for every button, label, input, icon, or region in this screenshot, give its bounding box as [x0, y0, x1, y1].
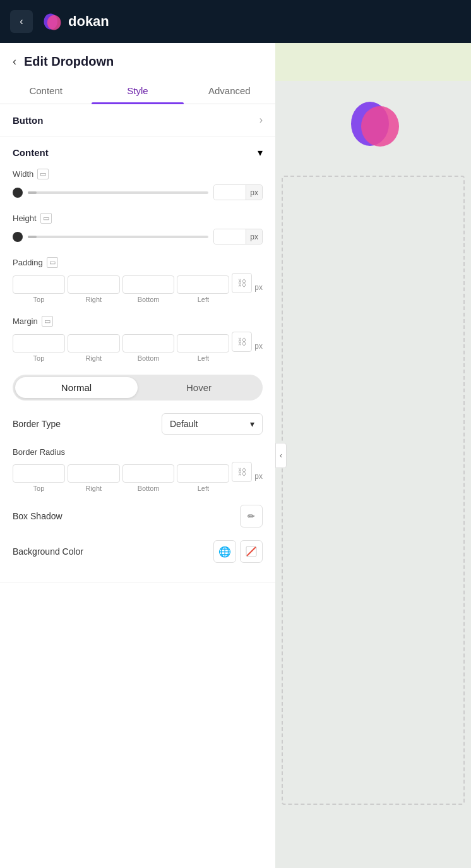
- topbar-back-button[interactable]: ‹: [10, 10, 33, 33]
- preview-body: [275, 81, 471, 868]
- height-slider-track[interactable]: [28, 236, 208, 238]
- border-radius-right-cell: Right: [68, 464, 120, 492]
- padding-top-input[interactable]: [13, 275, 65, 294]
- padding-label: Padding ▭: [13, 257, 263, 268]
- padding-field-group: Padding ▭ Top Right: [13, 257, 263, 303]
- padding-left-input[interactable]: [177, 275, 229, 294]
- globe-icon: 🌐: [218, 546, 231, 558]
- width-input[interactable]: [214, 185, 246, 200]
- margin-right-input[interactable]: [68, 334, 120, 353]
- border-radius-top-input[interactable]: [13, 464, 65, 483]
- border-radius-left-cell: Left: [177, 464, 229, 492]
- dokan-logo-icon: [40, 10, 63, 33]
- border-radius-bottom-cell: Bottom: [122, 464, 175, 492]
- margin-field-group: Margin ▭ Top Right: [13, 316, 263, 362]
- padding-link-button[interactable]: ⛓: [232, 273, 252, 293]
- height-field-group: Height ▭ px: [13, 213, 263, 244]
- margin-unit-label: px: [254, 342, 263, 362]
- border-radius-right-input[interactable]: [68, 464, 120, 483]
- svg-line-3: [247, 547, 256, 556]
- padding-left-label: Left: [198, 296, 209, 303]
- margin-top-input[interactable]: [13, 334, 65, 353]
- width-slider-fill: [28, 191, 37, 194]
- right-panel: ‹: [275, 43, 471, 868]
- svg-point-1: [47, 15, 61, 30]
- button-section[interactable]: Button ›: [0, 104, 275, 136]
- pencil-icon: ✏: [247, 511, 255, 521]
- panel-collapse-toggle[interactable]: ‹: [275, 443, 287, 468]
- width-unit: px: [246, 185, 262, 200]
- border-radius-top-label: Top: [33, 485, 45, 492]
- button-section-label: Button: [13, 115, 43, 126]
- padding-top-cell: Top: [13, 275, 65, 303]
- height-input[interactable]: [214, 229, 246, 244]
- box-shadow-label: Box Shadow: [13, 511, 63, 521]
- topbar-title: dokan: [68, 13, 109, 30]
- width-slider-thumb[interactable]: [13, 188, 23, 198]
- margin-label: Margin ▭: [13, 316, 263, 327]
- border-radius-inputs-row: Top Right Bottom: [13, 462, 263, 492]
- panel-content: Button › Content ▾ Width ▭: [0, 104, 275, 868]
- width-slider-row: px: [13, 184, 263, 200]
- border-radius-left-label: Left: [198, 485, 209, 492]
- width-slider-track[interactable]: [28, 191, 208, 194]
- edit-header: ‹ Edit Dropdown: [0, 43, 275, 69]
- border-radius-unit-label: px: [254, 472, 263, 492]
- height-slider-row: px: [13, 229, 263, 244]
- margin-left-cell: Left: [177, 334, 229, 362]
- hover-toggle-button[interactable]: Hover: [138, 377, 260, 398]
- height-monitor-icon: ▭: [40, 213, 52, 224]
- margin-left-input[interactable]: [177, 334, 229, 353]
- border-type-select[interactable]: Default ▾: [162, 413, 263, 435]
- tab-content[interactable]: Content: [0, 78, 92, 104]
- svg-point-5: [361, 106, 399, 147]
- margin-link-button[interactable]: ⛓: [232, 332, 252, 352]
- margin-bottom-label: Bottom: [138, 354, 160, 362]
- edit-title: Edit Dropdown: [24, 54, 114, 69]
- background-color-globe-button[interactable]: 🌐: [213, 540, 236, 563]
- normal-toggle-button[interactable]: Normal: [15, 377, 138, 398]
- margin-right-label: Right: [85, 354, 102, 362]
- padding-right-input[interactable]: [68, 275, 120, 294]
- margin-top-cell: Top: [13, 334, 65, 362]
- background-color-clear-button[interactable]: [240, 540, 263, 563]
- main-layout: ‹ Edit Dropdown Content Style Advanced B…: [0, 43, 471, 868]
- width-input-group: px: [213, 184, 263, 200]
- height-slider-thumb[interactable]: [13, 232, 23, 242]
- preview-logo-icon: [345, 93, 402, 150]
- topbar-logo: dokan: [40, 10, 109, 33]
- edit-back-button[interactable]: ‹: [13, 55, 16, 68]
- padding-right-label: Right: [85, 296, 102, 303]
- margin-bottom-input[interactable]: [122, 334, 175, 353]
- height-label: Height ▭: [13, 213, 263, 224]
- tab-advanced[interactable]: Advanced: [184, 78, 275, 104]
- border-radius-left-input[interactable]: [177, 464, 229, 483]
- collapse-left-icon: ‹: [280, 451, 282, 460]
- padding-bottom-label: Bottom: [138, 296, 160, 303]
- preview-dashed-box: [282, 176, 465, 805]
- width-field-group: Width ▭ px: [13, 169, 263, 200]
- border-radius-top-cell: Top: [13, 464, 65, 492]
- border-radius-bottom-label: Bottom: [138, 485, 160, 492]
- button-section-arrow: ›: [259, 114, 263, 126]
- padding-bottom-input[interactable]: [122, 275, 175, 294]
- margin-monitor-icon: ▭: [42, 316, 53, 327]
- padding-inputs-row: Top Right Bottom: [13, 273, 263, 303]
- content-section: Content ▾ Width ▭: [0, 136, 275, 582]
- tab-style[interactable]: Style: [92, 78, 183, 104]
- content-section-header[interactable]: Content ▾: [0, 136, 275, 169]
- border-radius-bottom-input[interactable]: [122, 464, 175, 483]
- content-section-body: Width ▭ px: [0, 169, 275, 582]
- border-radius-link-button[interactable]: ⛓: [232, 462, 252, 482]
- no-color-icon: [246, 546, 257, 557]
- border-radius-label: Border Radius: [13, 447, 263, 457]
- border-type-row: Border Type Default ▾: [13, 413, 263, 435]
- margin-right-cell: Right: [68, 334, 120, 362]
- padding-top-label: Top: [33, 296, 45, 303]
- preview-top-strip: [275, 43, 471, 81]
- left-panel: ‹ Edit Dropdown Content Style Advanced B…: [0, 43, 275, 868]
- border-type-value: Default: [170, 419, 198, 429]
- box-shadow-edit-button[interactable]: ✏: [240, 505, 263, 527]
- padding-bottom-cell: Bottom: [122, 275, 175, 303]
- content-chevron-down-icon: ▾: [258, 147, 263, 159]
